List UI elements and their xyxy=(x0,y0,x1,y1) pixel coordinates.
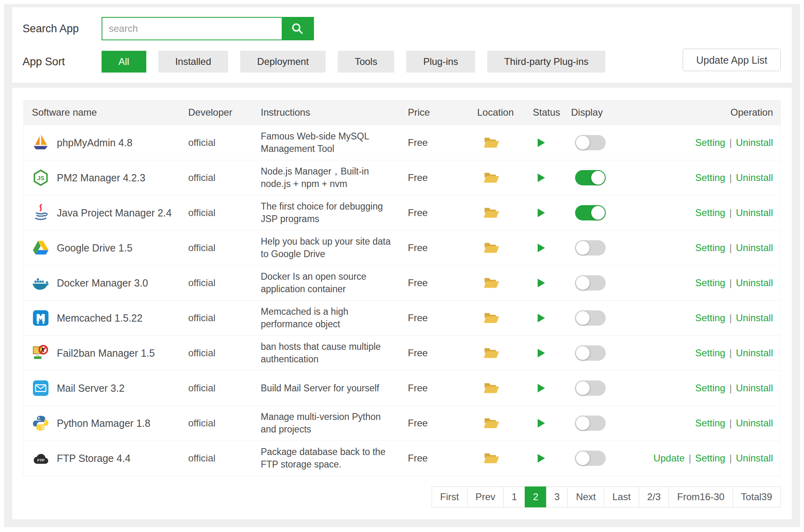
app-row-phpmyadmin-4-8: phpMyAdmin 4.8officialFamous Web-side My… xyxy=(24,125,780,160)
sort-button-tools[interactable]: Tools xyxy=(338,51,394,73)
folder-icon[interactable] xyxy=(483,380,500,397)
uninstall-link[interactable]: Uninstall xyxy=(736,277,773,288)
page-last[interactable]: Last xyxy=(604,486,639,507)
display-toggle[interactable] xyxy=(575,345,606,361)
app-name: Java Project Manager 2.4 xyxy=(57,207,172,219)
play-icon[interactable] xyxy=(534,277,546,289)
setting-link[interactable]: Setting xyxy=(695,418,725,428)
uninstall-link[interactable]: Uninstall xyxy=(736,418,773,428)
operation-separator: | xyxy=(729,347,732,358)
software-cell: Mail Server 3.2 xyxy=(24,379,188,397)
page-2[interactable]: 2 xyxy=(525,486,546,507)
display-toggle[interactable] xyxy=(575,380,606,396)
page-3[interactable]: 3 xyxy=(546,486,568,507)
operation-cell: Setting|Uninstall xyxy=(646,172,780,183)
software-cell: JSPM2 Manager 4.2.3 xyxy=(24,169,188,187)
folder-icon[interactable] xyxy=(483,204,500,221)
uninstall-link[interactable]: Uninstall xyxy=(736,453,773,463)
uninstall-link[interactable]: Uninstall xyxy=(736,172,773,183)
ftp-icon: FTP xyxy=(32,449,50,467)
play-icon[interactable] xyxy=(534,312,546,324)
search-button[interactable] xyxy=(282,18,313,39)
folder-icon[interactable] xyxy=(483,274,500,291)
header-price: Price xyxy=(408,107,477,118)
app-row-java-project-manager-2-4: Java Project Manager 2.4officialThe firs… xyxy=(24,195,780,230)
developer-label: official xyxy=(188,453,216,463)
developer-label: official xyxy=(188,242,216,253)
setting-link[interactable]: Setting xyxy=(695,207,725,218)
sort-button-all[interactable]: All xyxy=(102,51,146,73)
play-icon[interactable] xyxy=(534,242,546,254)
folder-icon[interactable] xyxy=(483,310,500,326)
display-toggle[interactable] xyxy=(575,275,606,291)
display-toggle[interactable] xyxy=(575,240,606,256)
instructions-text: Build Mail Server for yourself xyxy=(261,382,396,395)
uninstall-link[interactable]: Uninstall xyxy=(736,207,773,218)
svg-text:JS: JS xyxy=(37,175,44,181)
setting-link[interactable]: Setting xyxy=(695,382,725,393)
software-cell: Java Project Manager 2.4 xyxy=(24,204,188,222)
price-label: Free xyxy=(408,382,428,393)
page-1[interactable]: 1 xyxy=(503,486,525,507)
uninstall-link[interactable]: Uninstall xyxy=(736,312,773,323)
setting-link[interactable]: Setting xyxy=(695,277,725,288)
header-instructions: Instructions xyxy=(261,107,408,118)
setting-link[interactable]: Setting xyxy=(695,312,725,323)
display-toggle[interactable] xyxy=(575,205,606,220)
operation-cell: Setting|Uninstall xyxy=(646,137,780,148)
play-icon[interactable] xyxy=(534,347,546,359)
update-app-list-button[interactable]: Update App List xyxy=(683,49,781,71)
header-status: Status xyxy=(533,107,571,118)
uninstall-link[interactable]: Uninstall xyxy=(736,137,773,148)
uninstall-link[interactable]: Uninstall xyxy=(736,382,773,393)
play-icon[interactable] xyxy=(534,452,546,464)
instructions-text: Manage multi-version Python and projects xyxy=(261,411,396,436)
display-toggle[interactable] xyxy=(575,310,606,326)
software-cell: Memcached 1.5.22 xyxy=(24,309,188,327)
setting-link[interactable]: Setting xyxy=(695,137,725,148)
folder-icon[interactable] xyxy=(483,345,500,362)
app-name: FTP Storage 4.4 xyxy=(57,453,131,464)
operation-separator: | xyxy=(729,453,732,463)
setting-link[interactable]: Setting xyxy=(695,242,725,253)
folder-icon[interactable] xyxy=(483,169,500,186)
display-toggle[interactable] xyxy=(575,135,606,150)
docker-icon xyxy=(32,274,50,292)
developer-label: official xyxy=(188,207,216,218)
sort-button-installed[interactable]: Installed xyxy=(158,51,228,73)
app-name: Fail2ban Manager 1.5 xyxy=(57,347,155,359)
update-link[interactable]: Update xyxy=(653,453,684,463)
uninstall-link[interactable]: Uninstall xyxy=(736,347,773,358)
price-label: Free xyxy=(408,347,428,358)
play-icon[interactable] xyxy=(534,137,546,149)
operation-separator: | xyxy=(729,242,732,253)
sort-button-third-party-plug-ins[interactable]: Third-party Plug-ins xyxy=(487,51,605,73)
operation-cell: Setting|Uninstall xyxy=(646,207,780,218)
folder-icon[interactable] xyxy=(483,239,500,256)
page-first[interactable]: First xyxy=(432,486,467,507)
display-toggle[interactable] xyxy=(575,170,606,185)
software-cell: Docker Manager 3.0 xyxy=(24,274,188,292)
play-icon[interactable] xyxy=(534,207,546,219)
play-icon[interactable] xyxy=(534,172,546,184)
uninstall-link[interactable]: Uninstall xyxy=(736,242,773,253)
folder-icon[interactable] xyxy=(483,450,500,467)
sort-button-deployment[interactable]: Deployment xyxy=(240,51,326,73)
search-input[interactable] xyxy=(102,18,282,39)
setting-link[interactable]: Setting xyxy=(695,172,725,183)
page-next[interactable]: Next xyxy=(567,486,604,507)
setting-link[interactable]: Setting xyxy=(695,347,725,358)
page-prev[interactable]: Prev xyxy=(467,486,504,507)
sort-button-plug-ins[interactable]: Plug-ins xyxy=(406,51,475,73)
setting-link[interactable]: Setting xyxy=(695,453,725,463)
folder-icon[interactable] xyxy=(483,134,500,151)
folder-icon[interactable] xyxy=(483,415,500,432)
display-toggle[interactable] xyxy=(575,416,606,431)
python-icon xyxy=(32,414,50,432)
play-icon[interactable] xyxy=(534,382,546,394)
operation-separator: | xyxy=(729,312,732,323)
display-toggle[interactable] xyxy=(575,451,606,466)
app-name: Memcached 1.5.22 xyxy=(57,312,143,324)
play-icon[interactable] xyxy=(534,417,546,429)
software-cell: Google Drive 1.5 xyxy=(24,239,188,257)
